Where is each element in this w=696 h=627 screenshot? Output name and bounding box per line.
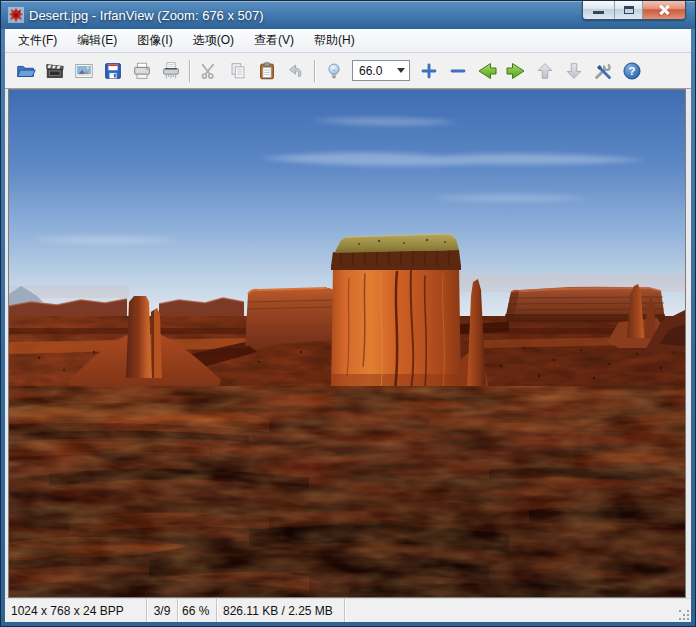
zoom-out-icon [447, 60, 469, 82]
help-icon: ? [621, 60, 643, 82]
toolbar-separator [189, 60, 190, 82]
desert-photo [9, 90, 685, 597]
menu-options[interactable]: 选项(O) [183, 29, 244, 52]
tools-icon [592, 60, 614, 82]
copy-icon [227, 60, 249, 82]
copy-button[interactable] [224, 57, 251, 84]
status-zoom-percent: 66 % [178, 599, 217, 622]
status-file-index: 3/9 [147, 599, 178, 622]
slideshow-icon [44, 60, 66, 82]
titlebar[interactable]: Desert.jpg - IrfanView (Zoom: 676 x 507) [1, 1, 695, 29]
arrow-right-icon [504, 59, 528, 83]
arrow-up-icon [534, 60, 556, 82]
window-title: Desert.jpg - IrfanView (Zoom: 676 x 507) [29, 8, 264, 23]
menu-help[interactable]: 帮助(H) [304, 29, 365, 52]
slideshow-button[interactable] [41, 57, 68, 84]
cut-icon [198, 60, 220, 82]
statusbar: 1024 x 768 x 24 BPP 3/9 66 % 826.11 KB /… [5, 598, 691, 622]
print-button[interactable] [128, 57, 155, 84]
irfanview-window: Desert.jpg - IrfanView (Zoom: 676 x 507)… [0, 0, 696, 627]
close-icon [658, 4, 670, 16]
resize-grip-icon[interactable] [677, 608, 689, 620]
cut-button[interactable] [195, 57, 222, 84]
thumbnails-button[interactable] [70, 57, 97, 84]
paste-icon [256, 60, 278, 82]
undo-icon [285, 60, 307, 82]
image-canvas[interactable] [8, 89, 686, 598]
shredder-icon [160, 60, 182, 82]
delete-button[interactable] [157, 57, 184, 84]
menu-file[interactable]: 文件(F) [8, 29, 67, 52]
previous-image-button[interactable] [473, 57, 500, 84]
fullscreen-hint-button[interactable] [320, 57, 347, 84]
zoom-in-icon [418, 60, 440, 82]
open-folder-icon [15, 60, 37, 82]
menubar: 文件(F) 编辑(E) 图像(I) 选项(O) 查看(V) 帮助(H) [5, 29, 691, 53]
menu-edit[interactable]: 编辑(E) [67, 29, 127, 52]
chevron-down-icon[interactable] [397, 68, 405, 73]
menu-view[interactable]: 查看(V) [244, 29, 304, 52]
arrow-left-icon [475, 59, 499, 83]
arrow-down-icon [563, 60, 585, 82]
image-viewport [5, 89, 691, 598]
minimize-button[interactable] [583, 0, 615, 19]
zoom-combobox[interactable]: 66.0 [352, 60, 410, 81]
help-button[interactable]: ? [618, 57, 645, 84]
menu-image[interactable]: 图像(I) [127, 29, 182, 52]
first-file-button[interactable] [531, 57, 558, 84]
last-file-button[interactable] [560, 57, 587, 84]
lightbulb-icon [323, 60, 345, 82]
close-button[interactable] [643, 0, 685, 19]
open-button[interactable] [12, 57, 39, 84]
window-controls [582, 0, 686, 20]
thumbnails-icon [73, 60, 95, 82]
app-icon[interactable] [8, 7, 24, 23]
status-file-size: 826.11 KB / 2.25 MB [217, 599, 345, 622]
toolbar-separator [314, 60, 315, 82]
toolbar: 66.0 [5, 53, 691, 89]
zoom-in-button[interactable] [415, 57, 442, 84]
zoom-value: 66.0 [359, 64, 382, 78]
print-icon [131, 60, 153, 82]
save-icon [102, 60, 124, 82]
save-button[interactable] [99, 57, 126, 84]
paste-button[interactable] [253, 57, 280, 84]
maximize-icon [624, 6, 634, 14]
status-filler [345, 599, 691, 622]
settings-button[interactable] [589, 57, 616, 84]
status-image-info: 1024 x 768 x 24 BPP [5, 599, 147, 622]
undo-button[interactable] [282, 57, 309, 84]
maximize-button[interactable] [615, 0, 643, 19]
minimize-icon [593, 11, 604, 14]
svg-text:?: ? [628, 65, 635, 77]
zoom-out-button[interactable] [444, 57, 471, 84]
next-image-button[interactable] [502, 57, 529, 84]
